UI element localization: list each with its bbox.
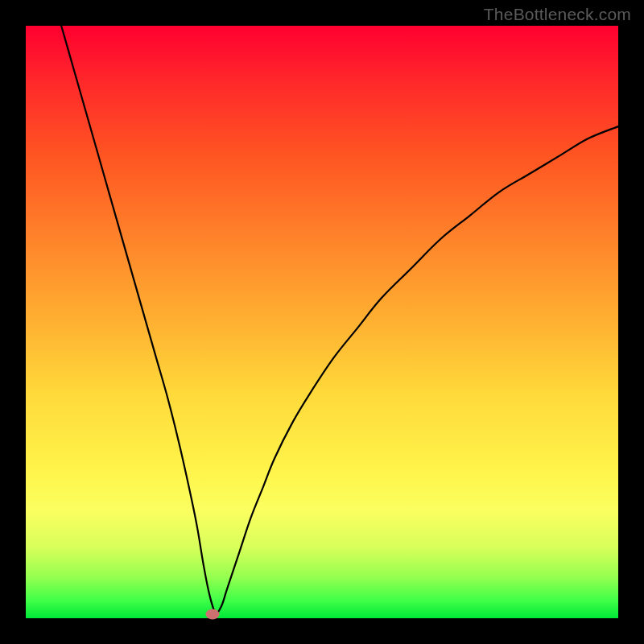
chart-frame: TheBottleneck.com <box>0 0 644 644</box>
minimum-marker <box>205 609 219 619</box>
plot-area <box>26 26 618 618</box>
watermark-text: TheBottleneck.com <box>484 5 631 24</box>
bottleneck-curve <box>26 26 618 618</box>
